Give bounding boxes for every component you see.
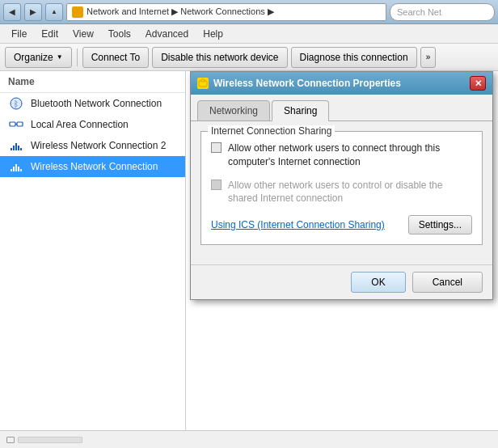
status-bar xyxy=(0,430,498,448)
back-button[interactable]: ◀ xyxy=(3,3,21,21)
status-scroll xyxy=(6,437,492,443)
forward-button[interactable]: ▶ xyxy=(24,3,42,21)
list-item[interactable]: ᛒ Bluetooth Network Connection xyxy=(0,93,185,114)
more-options-button[interactable]: » xyxy=(420,47,437,68)
svg-rect-13 xyxy=(18,167,19,171)
explorer-window: ◀ ▶ ▲ Network and Internet ▶ Network Con… xyxy=(0,0,498,448)
menu-advanced[interactable]: Advanced xyxy=(139,27,195,41)
search-box[interactable]: Search Net xyxy=(390,3,495,21)
list-item[interactable]: Wireless Network Connection 2 xyxy=(0,135,185,156)
main-content: Name ᛒ Bluetooth Network Connection xyxy=(0,71,498,430)
menu-edit[interactable]: Edit xyxy=(35,27,65,41)
left-panel: Name ᛒ Bluetooth Network Connection xyxy=(0,71,186,430)
network-name: Local Area Connection xyxy=(31,119,129,130)
svg-rect-7 xyxy=(15,143,17,150)
address-bar[interactable]: Network and Internet ▶ Network Connectio… xyxy=(66,3,386,21)
disable-label: Disable this network device xyxy=(161,52,278,63)
title-bar: ◀ ▶ ▲ Network and Internet ▶ Network Con… xyxy=(0,0,498,24)
panel-header: Name xyxy=(0,71,185,93)
address-path: Network and Internet ▶ Network Connectio… xyxy=(87,6,274,17)
lan-icon xyxy=(8,118,24,131)
up-button[interactable]: ▲ xyxy=(45,3,63,21)
list-item[interactable]: Local Area Connection xyxy=(0,114,185,135)
menu-help[interactable]: Help xyxy=(196,27,230,41)
svg-rect-10 xyxy=(11,169,12,171)
scroll-handle[interactable] xyxy=(6,437,15,443)
connect-to-label: Connect To xyxy=(91,52,141,63)
organize-arrow-icon: ▼ xyxy=(57,53,63,61)
network-name: Wireless Network Connection xyxy=(31,161,158,172)
menu-tools[interactable]: Tools xyxy=(102,27,137,41)
organize-button[interactable]: Organize ▼ xyxy=(5,47,72,68)
wifi-icon xyxy=(8,139,24,152)
svg-rect-9 xyxy=(20,148,22,150)
bluetooth-icon: ᛒ xyxy=(8,97,24,110)
organize-label: Organize xyxy=(14,52,53,63)
diagnose-label: Diagnose this connection xyxy=(300,52,408,63)
connect-to-button[interactable]: Connect To xyxy=(82,47,150,68)
toolbar: Organize ▼ Connect To Disable this netwo… xyxy=(0,44,498,71)
svg-rect-11 xyxy=(13,167,15,171)
svg-rect-5 xyxy=(11,148,12,150)
more-label: » xyxy=(426,53,431,61)
svg-rect-12 xyxy=(15,164,17,171)
diagnose-button[interactable]: Diagnose this connection xyxy=(291,47,417,68)
menu-bar: File Edit View Tools Advanced Help xyxy=(0,24,498,44)
svg-rect-14 xyxy=(20,169,22,171)
right-panel xyxy=(186,71,498,430)
menu-file[interactable]: File xyxy=(5,27,33,41)
network-name: Wireless Network Connection 2 xyxy=(31,140,166,151)
panel-header-text: Name xyxy=(8,76,35,87)
svg-rect-6 xyxy=(13,146,15,150)
address-icon xyxy=(72,6,83,18)
wifi-selected-icon xyxy=(8,160,24,173)
menu-view[interactable]: View xyxy=(66,27,100,41)
toolbar-separator-1 xyxy=(77,49,78,66)
svg-text:ᛒ: ᛒ xyxy=(14,99,19,108)
search-placeholder: Search Net xyxy=(397,7,441,17)
svg-rect-3 xyxy=(17,122,23,126)
network-name: Bluetooth Network Connection xyxy=(31,98,162,109)
svg-rect-8 xyxy=(18,146,19,150)
network-list: ᛒ Bluetooth Network Connection Loca xyxy=(0,93,185,430)
svg-rect-2 xyxy=(10,122,15,126)
scroll-bar[interactable] xyxy=(18,437,82,443)
list-item[interactable]: Wireless Network Connection xyxy=(0,156,185,177)
disable-button[interactable]: Disable this network device xyxy=(152,47,287,68)
